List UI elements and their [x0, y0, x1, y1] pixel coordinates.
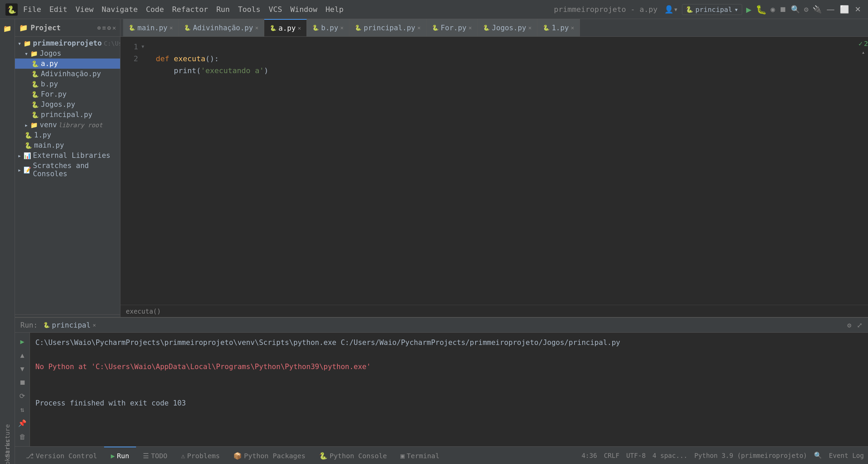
status-tab-version-control[interactable]: ⎇ Version Control — [19, 447, 104, 464]
paren-print-close: ) — [264, 66, 268, 75]
tab-apy-close[interactable]: ✕ — [298, 25, 301, 31]
tab-1py-icon: 🐍 — [543, 24, 550, 31]
status-tab-todo[interactable]: ☰ TODO — [136, 447, 174, 464]
maximize-button[interactable]: ⬜ — [839, 5, 849, 14]
tab-apy-icon: 🐍 — [270, 25, 277, 31]
user-icon[interactable]: 👤▾ — [664, 5, 678, 14]
project-close-icon[interactable]: ✕ — [112, 24, 116, 31]
tree-apy[interactable]: 🐍 a.py — [15, 59, 120, 69]
code-content[interactable]: def executa(): print('executando a') — [152, 37, 858, 305]
tab-principal-label: principal.py — [364, 24, 415, 32]
menu-file[interactable]: File — [23, 5, 41, 14]
menu-vcs[interactable]: VCS — [269, 5, 282, 14]
status-indent[interactable]: 4 spac... — [652, 452, 687, 459]
close-button[interactable]: ✕ — [853, 5, 863, 14]
event-log-label[interactable]: Event Log — [829, 452, 864, 459]
status-encoding[interactable]: UTF-8 — [626, 452, 646, 459]
run-stop-icon[interactable]: ⏹ — [16, 376, 29, 388]
status-tab-python-packages[interactable]: 📦 Python Packages — [227, 447, 312, 464]
settings-icon[interactable]: ⚙ — [804, 5, 808, 14]
run-scroll-down-icon[interactable]: ▼ — [16, 363, 29, 375]
menu-navigate[interactable]: Navigate — [102, 5, 138, 14]
tree-external-libs[interactable]: ▸ 📊 External Libraries — [15, 150, 120, 161]
project-settings-icon[interactable]: ⚙ — [107, 24, 111, 31]
run-rerun-icon[interactable]: ⟳ — [16, 390, 29, 402]
tab-principal[interactable]: 🐍 principal.py ✕ — [349, 19, 426, 37]
status-line-ending[interactable]: CRLF — [604, 452, 619, 459]
run-tab-principal[interactable]: 🐍 principal ✕ — [43, 321, 96, 329]
tab-1py[interactable]: 🐍 1.py ✕ — [537, 19, 580, 37]
stop-button[interactable]: ⏹ — [779, 5, 787, 14]
tab-forpy-close[interactable]: ✕ — [468, 24, 472, 31]
run-play-button[interactable]: ▶ — [16, 335, 29, 348]
coverage-button[interactable]: ◉ — [771, 5, 775, 14]
tree-bpy[interactable]: 🐍 b.py — [15, 79, 120, 89]
tab-mainpy-close[interactable]: ✕ — [170, 24, 173, 31]
right-gutter: ✓ 2 ▴ — [858, 37, 868, 305]
menu-tools[interactable]: Tools — [238, 5, 261, 14]
tree-principalpy[interactable]: 🐍 principal.py — [15, 110, 120, 120]
search-icon[interactable]: 🔍 — [791, 5, 800, 14]
sidebar-icon-project[interactable]: 📁 — [1, 22, 14, 35]
run-panel-expand-icon[interactable]: ⤢ — [857, 321, 863, 329]
status-tab-terminal[interactable]: ▣ Terminal — [394, 447, 446, 464]
sidebar-icon-bookmarks[interactable]: Bookmarks — [1, 449, 14, 463]
tab-jogospy[interactable]: 🐍 Jogos.py ✕ — [478, 19, 537, 37]
run-button[interactable]: ▶ — [746, 4, 752, 15]
tab-jogospy-close[interactable]: ✕ — [528, 24, 532, 31]
menu-view[interactable]: View — [76, 5, 94, 14]
project-collapse-icon[interactable]: ≡ — [102, 24, 106, 31]
tab-1py-close[interactable]: ✕ — [571, 24, 574, 31]
tree-mainpy[interactable]: 🐍 main.py — [15, 140, 120, 150]
menu-run[interactable]: Run — [216, 5, 230, 14]
run-scroll-up-icon[interactable]: ▲ — [16, 349, 29, 361]
menu-window[interactable]: Window — [290, 5, 317, 14]
menu-help[interactable]: Help — [326, 5, 344, 14]
status-tab-python-console[interactable]: 🐍 Python Console — [312, 447, 394, 464]
menu-refactor[interactable]: Refactor — [172, 5, 208, 14]
menu-code[interactable]: Code — [146, 5, 164, 14]
scroll-up-icon[interactable]: ▴ — [862, 49, 865, 55]
tree-forpy[interactable]: 🐍 For.py — [15, 89, 120, 99]
plugins-icon[interactable]: 🔌 — [813, 5, 822, 14]
tab-apy[interactable]: 🐍 a.py ✕ — [264, 19, 307, 37]
status-tab-run[interactable]: ▶ Run — [104, 447, 136, 464]
adivinhacao-icon: 🐍 — [31, 70, 39, 78]
tab-forpy[interactable]: 🐍 For.py ✕ — [427, 19, 478, 37]
tab-mainpy[interactable]: 🐍 main.py ✕ — [123, 19, 179, 37]
status-position[interactable]: 4:36 — [582, 452, 597, 459]
project-add-icon[interactable]: ⊕ — [97, 24, 101, 31]
tab-adivinhacao[interactable]: 🐍 Adivinhação.py ✕ — [179, 19, 264, 37]
packages-label: Python Packages — [244, 452, 305, 460]
editor-area: 📁 Project ⊕ ≡ ⚙ ✕ ▾ 📁 primmei — [15, 19, 868, 317]
debug-button[interactable]: 🐛 — [756, 4, 767, 15]
run-tab-close[interactable]: ✕ — [93, 322, 96, 328]
venv-tag: library root — [58, 121, 102, 129]
run-panel-settings-icon[interactable]: ⚙ — [847, 321, 851, 329]
tab-bpy-close[interactable]: ✕ — [340, 24, 344, 31]
tab-adivinhacao-close[interactable]: ✕ — [255, 24, 258, 31]
interpreter-selector[interactable]: 🐍 principal ▾ — [682, 4, 742, 15]
status-tab-problems[interactable]: ⚠ Problems — [174, 447, 227, 464]
run-pin-icon[interactable]: 📌 — [16, 417, 29, 429]
tree-scratches[interactable]: ▸ 📝 Scratches and Consoles — [15, 161, 120, 179]
tab-principal-close[interactable]: ✕ — [417, 24, 421, 31]
tree-jogospy[interactable]: 🐍 Jogos.py — [15, 99, 120, 110]
minimize-button[interactable]: — — [826, 5, 835, 14]
tree-venv[interactable]: ▸ 📁 venv library root — [15, 120, 120, 130]
function-name: executa — [174, 54, 205, 63]
status-interpreter[interactable]: Python 3.9 (primmeiroprojeto) — [694, 452, 807, 459]
project-panel-scrollbar[interactable] — [15, 314, 120, 317]
tree-1py[interactable]: 🐍 1.py — [15, 130, 120, 140]
tab-bpy[interactable]: 🐍 b.py ✕ — [307, 19, 349, 37]
run-trash-icon[interactable]: 🗑 — [16, 431, 29, 443]
run-sort-icon[interactable]: ⇅ — [16, 403, 29, 416]
tree-jogos-folder[interactable]: ▾ 📁 Jogos — [15, 48, 120, 59]
check-badge[interactable]: ✓ 2 — [858, 39, 868, 48]
extlibs-icon: 📊 — [23, 152, 31, 159]
tree-adivinhacao[interactable]: 🐍 Adivinhação.py — [15, 69, 120, 79]
menu-edit[interactable]: Edit — [49, 5, 67, 14]
tree-root[interactable]: ▾ 📁 primmeiroprojeto C:\Users\Waio\P — [15, 38, 120, 48]
code-area[interactable]: 1 2 ▾ def executa(): print('executando a… — [120, 37, 868, 305]
fold-1[interactable]: ▾ — [141, 41, 152, 52]
